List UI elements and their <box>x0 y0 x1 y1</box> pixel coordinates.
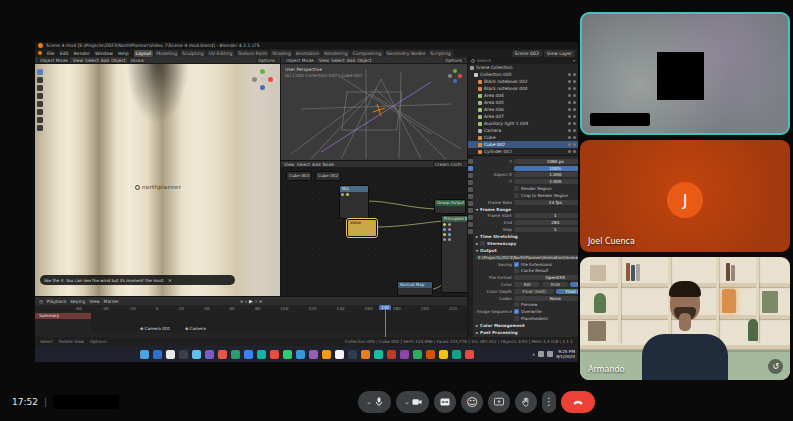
frame-start-field[interactable]: 1 <box>514 213 578 218</box>
wire-options-dropdown[interactable]: Options <box>443 57 464 63</box>
raise-hand-button[interactable] <box>515 391 537 413</box>
outliner-object-row[interactable]: Camera <box>468 127 578 134</box>
pan-tool-icon[interactable]: ✥ <box>267 106 272 112</box>
render-region-checkbox[interactable] <box>514 186 519 191</box>
preview-checkbox[interactable] <box>514 302 519 307</box>
depth-full-button[interactable]: Float (Full) <box>556 289 578 294</box>
taskbar-clock[interactable]: 9:25 PM9/1/2023 <box>556 349 575 359</box>
outliner-object-row[interactable]: Black notebook 002 <box>468 78 578 85</box>
taskbar-app-icon[interactable] <box>283 350 292 359</box>
workspace-tab[interactable]: UV Editing <box>207 50 235 57</box>
workspace-tab[interactable]: Sculpting <box>180 50 205 57</box>
captions-button[interactable] <box>434 391 456 413</box>
taskbar-app-icon[interactable] <box>426 350 435 359</box>
caption-close-icon[interactable]: ✕ <box>168 278 172 283</box>
disable-render-icon[interactable] <box>573 87 576 90</box>
scene-selector[interactable]: Scene 002 <box>512 50 542 57</box>
disable-render-icon[interactable] <box>573 101 576 104</box>
hide-viewport-icon[interactable] <box>568 136 571 139</box>
menu-item[interactable]: Window <box>93 51 114 56</box>
transport-button[interactable]: › <box>255 298 257 304</box>
taskbar-app-icon[interactable] <box>309 350 318 359</box>
menu-item[interactable]: Edit <box>58 51 70 56</box>
workspace-tab[interactable]: Shading <box>270 50 293 57</box>
tool-measure-icon[interactable] <box>37 125 43 131</box>
transport-button[interactable]: ‹ <box>245 298 247 304</box>
disable-render-icon[interactable] <box>573 122 576 125</box>
taskbar-app-icon[interactable] <box>218 350 227 359</box>
menu-item[interactable]: File <box>46 51 57 56</box>
axis-neg-icon[interactable] <box>252 77 257 82</box>
workspace-tab[interactable]: Compositing <box>351 50 384 57</box>
mode-dropdown[interactable]: Object Mode <box>38 57 70 63</box>
tool-rotate-icon[interactable] <box>37 93 43 99</box>
outliner-object-row[interactable]: Area 005 <box>468 99 578 106</box>
view-layer-selector[interactable]: View Layer <box>544 50 575 57</box>
timeline-editor-icon[interactable]: ◷ <box>39 299 43 304</box>
transport-button[interactable]: » <box>259 298 262 304</box>
viewport-wireframe[interactable]: Object Mode ViewSelectAddObject Options … <box>280 57 467 160</box>
taskbar-app-icon[interactable] <box>374 350 383 359</box>
axis-x-icon[interactable] <box>268 77 273 82</box>
camera-view-icon[interactable]: ▢ <box>267 115 272 121</box>
camera-options-chevron-icon[interactable]: ⌄ <box>404 398 410 406</box>
timeline-marker[interactable]: ◆Camera <box>185 326 206 331</box>
tile-armando-camera[interactable]: Armando ↺ <box>580 257 790 380</box>
disable-render-icon[interactable] <box>573 129 576 132</box>
node-principled-bsdf[interactable]: Principled BSDF <box>441 215 467 293</box>
tool-annotate-icon[interactable] <box>37 117 43 123</box>
color-rgba-button[interactable]: RGBA <box>570 282 578 287</box>
taskbar-app-icon[interactable] <box>465 350 474 359</box>
taskbar-app-icon[interactable] <box>244 350 253 359</box>
timeline-menu-item[interactable]: Playback <box>47 299 67 304</box>
disable-render-icon[interactable] <box>573 80 576 83</box>
outliner-collection-row[interactable]: Collection 005 <box>468 71 578 78</box>
workspace-tab[interactable]: Geometry Nodes <box>385 50 428 57</box>
microphone-button[interactable]: ⌄ <box>358 391 391 413</box>
volume-icon[interactable] <box>547 351 553 357</box>
color-bw-button[interactable]: BW <box>514 282 540 287</box>
taskbar-app-icon[interactable] <box>335 350 344 359</box>
time-stretching-section[interactable]: ▸Time Stretching <box>476 233 578 240</box>
outliner-object-row[interactable]: Auxiliary light 1 004 <box>468 120 578 127</box>
shader-node-editor[interactable]: ViewSelectAddNode Cream Cloth Cube 003 C… <box>280 160 467 296</box>
tile-shared-screen[interactable] <box>580 12 790 135</box>
taskbar-app-icon[interactable] <box>179 350 188 359</box>
taskbar-app-icon[interactable] <box>413 350 422 359</box>
summary-channel[interactable]: Summary <box>35 313 91 319</box>
taskbar-app-icon[interactable] <box>231 350 240 359</box>
frame-step-field[interactable]: 1 <box>514 227 578 232</box>
aspect-y-field[interactable]: 1.000 <box>514 179 578 184</box>
wire-nav-gizmo[interactable] <box>448 69 462 83</box>
hide-viewport-icon[interactable] <box>568 108 571 111</box>
taskbar-app-icon[interactable] <box>361 350 370 359</box>
tool-select-icon[interactable] <box>37 69 43 75</box>
more-options-button[interactable]: ⋮ <box>542 391 556 413</box>
taskbar-app-icon[interactable] <box>400 350 409 359</box>
hide-viewport-icon[interactable] <box>568 122 571 125</box>
timeline-menu-item[interactable]: Keying <box>70 299 85 304</box>
taskbar-app-icon[interactable] <box>153 350 162 359</box>
outliner-object-row[interactable]: Area 007 <box>468 113 578 120</box>
taskbar-app-icon[interactable] <box>257 350 266 359</box>
frame-range-section[interactable]: ▾Frame Range <box>476 206 578 213</box>
file-format-dropdown[interactable]: OpenEXR <box>514 275 578 280</box>
resolution-percent-slider[interactable]: 100% <box>514 166 578 171</box>
blender-app-menu-icon[interactable] <box>38 51 42 55</box>
placeholders-checkbox[interactable] <box>514 316 519 321</box>
taskbar-app-icon[interactable] <box>452 350 461 359</box>
tile-joel-cuenca[interactable]: J Joel Cuenca <box>580 140 790 252</box>
tool-scale-icon[interactable] <box>37 101 43 107</box>
taskbar-app-icon[interactable] <box>439 350 448 359</box>
resolution-y-field[interactable]: 1080 px <box>514 159 578 164</box>
navigation-gizmo[interactable] <box>252 69 274 91</box>
taskbar-app-icon[interactable] <box>166 350 175 359</box>
axis-y-icon[interactable] <box>260 69 265 74</box>
aspect-x-field[interactable]: 1.000 <box>514 172 578 177</box>
node-mix[interactable]: Mix <box>339 185 369 219</box>
viewport-menu-item[interactable]: View <box>73 58 83 63</box>
stereoscopy-checkbox[interactable] <box>480 241 485 246</box>
outliner-object-row[interactable]: Area 006 <box>468 106 578 113</box>
disable-render-icon[interactable] <box>573 150 576 153</box>
hide-viewport-icon[interactable] <box>568 101 571 104</box>
